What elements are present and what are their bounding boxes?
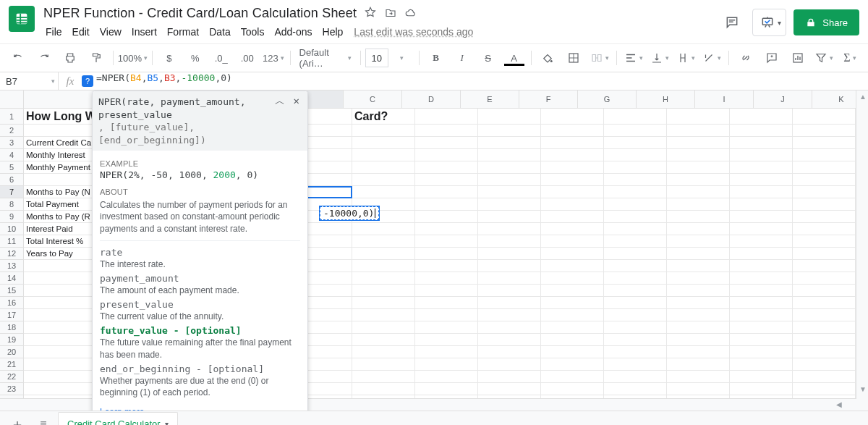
- cell-F5[interactable]: [541, 161, 604, 174]
- cell-F8[interactable]: [541, 198, 604, 211]
- cell-F11[interactable]: [541, 235, 604, 248]
- all-sheets-button[interactable]: ≡: [32, 413, 55, 425]
- cell-F10[interactable]: [541, 223, 604, 235]
- cell-D19[interactable]: [415, 334, 478, 346]
- inline-formula-overflow[interactable]: -10000,0): [320, 206, 379, 220]
- cloud-status-icon[interactable]: [404, 7, 417, 20]
- menu-data[interactable]: Data: [204, 24, 236, 40]
- cell-E18[interactable]: [478, 321, 541, 334]
- cell-G4[interactable]: [604, 149, 667, 161]
- cell-J14[interactable]: [793, 272, 856, 285]
- cell-G5[interactable]: [604, 161, 667, 174]
- cell-E8[interactable]: [478, 198, 541, 211]
- cell-J6[interactable]: [793, 174, 856, 186]
- cell-D14[interactable]: [415, 272, 478, 285]
- cell-I2[interactable]: [730, 125, 793, 137]
- cell-I18[interactable]: [730, 321, 793, 334]
- decrease-decimal-icon[interactable]: .0_: [209, 49, 234, 67]
- cell-H5[interactable]: [667, 161, 730, 174]
- row-header-1[interactable]: 1: [0, 109, 24, 125]
- cell-F16[interactable]: [541, 297, 604, 309]
- fill-color-icon[interactable]: [535, 49, 560, 67]
- cell-E22[interactable]: [478, 371, 541, 383]
- star-icon[interactable]: [364, 6, 377, 21]
- cell-D5[interactable]: [415, 161, 478, 174]
- cell-J1[interactable]: [793, 109, 856, 125]
- cell-J5[interactable]: [793, 161, 856, 174]
- cell-I1[interactable]: [730, 109, 793, 125]
- cell-C16[interactable]: [352, 297, 415, 309]
- cell-I6[interactable]: [730, 174, 793, 186]
- increase-decimal-icon[interactable]: .00: [235, 49, 260, 67]
- col-header-F[interactable]: F: [519, 91, 578, 108]
- redo-icon[interactable]: [32, 49, 56, 67]
- cell-H12[interactable]: [667, 248, 730, 260]
- cell-J22[interactable]: [793, 371, 856, 383]
- cell-C5[interactable]: [352, 161, 415, 174]
- cell-D9[interactable]: [415, 211, 478, 223]
- cell-F19[interactable]: [541, 334, 604, 346]
- cell-I13[interactable]: [730, 260, 793, 272]
- italic-icon[interactable]: I: [450, 49, 475, 67]
- cell-C2[interactable]: [352, 125, 415, 137]
- cell-H23[interactable]: [667, 383, 730, 395]
- cell-E20[interactable]: [478, 346, 541, 358]
- cell-D2[interactable]: [415, 125, 478, 137]
- cell-H2[interactable]: [667, 125, 730, 137]
- cell-D16[interactable]: [415, 297, 478, 309]
- cell-J21[interactable]: [793, 358, 856, 371]
- cell-H21[interactable]: [667, 358, 730, 371]
- cell-J23[interactable]: [793, 383, 856, 395]
- cell-C23[interactable]: [352, 383, 415, 395]
- cell-H9[interactable]: [667, 211, 730, 223]
- cell-D1[interactable]: [415, 109, 478, 125]
- cell-C6[interactable]: [352, 174, 415, 186]
- more-formats-button[interactable]: 123: [261, 49, 286, 67]
- cell-J9[interactable]: [793, 211, 856, 223]
- col-header-D[interactable]: D: [402, 91, 461, 108]
- cell-H17[interactable]: [667, 309, 730, 321]
- cell-D12[interactable]: [415, 248, 478, 260]
- row-header-20[interactable]: 20: [0, 346, 24, 358]
- strike-icon[interactable]: S: [476, 49, 501, 67]
- col-header-I[interactable]: I: [695, 91, 754, 108]
- cell-G11[interactable]: [604, 235, 667, 248]
- cell-E6[interactable]: [478, 174, 541, 186]
- cell-H15[interactable]: [667, 285, 730, 297]
- print-icon[interactable]: [58, 49, 82, 67]
- cell-G17[interactable]: [604, 309, 667, 321]
- cell-G3[interactable]: [604, 137, 667, 149]
- present-button[interactable]: ▾: [752, 9, 786, 36]
- share-button[interactable]: Share: [793, 9, 859, 35]
- cell-J2[interactable]: [793, 125, 856, 137]
- cell-I8[interactable]: [730, 198, 793, 211]
- row-header-14[interactable]: 14: [0, 272, 24, 285]
- cell-E12[interactable]: [478, 248, 541, 260]
- row-header-11[interactable]: 11: [0, 235, 24, 248]
- cell-D8[interactable]: [415, 198, 478, 211]
- paint-format-icon[interactable]: [84, 49, 109, 67]
- cell-J17[interactable]: [793, 309, 856, 321]
- format-percent-icon[interactable]: %: [183, 49, 208, 67]
- rotate-icon[interactable]: [699, 49, 724, 67]
- sheets-app-icon[interactable]: [9, 6, 35, 32]
- cell-H10[interactable]: [667, 223, 730, 235]
- cell-E9[interactable]: [478, 211, 541, 223]
- row-header-8[interactable]: 8: [0, 198, 24, 211]
- cell-D6[interactable]: [415, 174, 478, 186]
- cell-G23[interactable]: [604, 383, 667, 395]
- cell-I16[interactable]: [730, 297, 793, 309]
- cell-G20[interactable]: [604, 346, 667, 358]
- cell-H19[interactable]: [667, 334, 730, 346]
- row-header-13[interactable]: 13: [0, 260, 24, 272]
- link-icon[interactable]: [733, 49, 758, 67]
- menu-help[interactable]: Help: [318, 24, 349, 40]
- cell-C20[interactable]: [352, 346, 415, 358]
- cell-G7[interactable]: [604, 186, 667, 198]
- cell-I5[interactable]: [730, 161, 793, 174]
- row-header-12[interactable]: 12: [0, 248, 24, 260]
- cell-I17[interactable]: [730, 309, 793, 321]
- cell-F2[interactable]: [541, 125, 604, 137]
- cell-D15[interactable]: [415, 285, 478, 297]
- cell-E14[interactable]: [478, 272, 541, 285]
